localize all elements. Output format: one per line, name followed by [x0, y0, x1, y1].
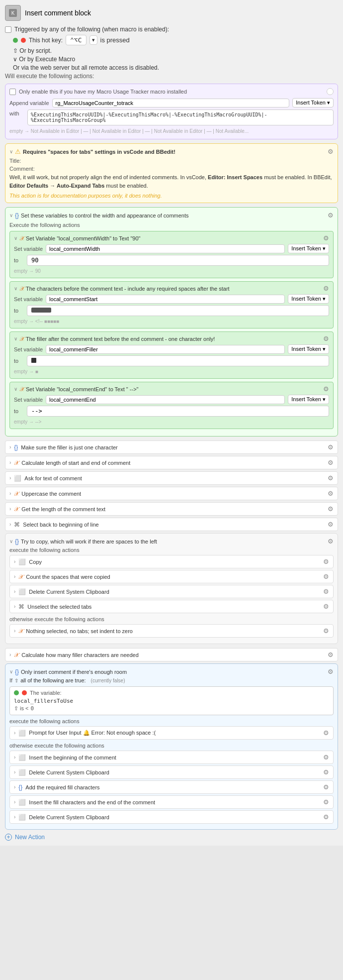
script-expand[interactable]: ⇧ — [13, 47, 19, 54]
gear-add-fill[interactable]: ⚙ — [323, 783, 329, 791]
with-value: %ExecutingThisMacroUUID%|-%ExecutingThis… — [27, 109, 334, 125]
gear-len[interactable]: ⚙ — [328, 505, 334, 513]
if-expand[interactable]: ∨ — [9, 669, 13, 674]
gear-calc-f[interactable]: ⚙ — [328, 651, 334, 658]
set-var-row-2: Set variable local_commentStart Insert T… — [14, 294, 329, 304]
calc-text: Calculate length of start and end of com… — [21, 460, 130, 466]
filler-text: Make sure the filler is just one charact… — [21, 444, 117, 450]
expand-count[interactable]: › — [14, 574, 15, 579]
purple-header: Only enable this if you have my Macro Us… — [9, 88, 334, 95]
script-row: ⇧ Or by script. — [13, 47, 338, 54]
expand-calc[interactable]: › — [9, 460, 11, 465]
insert-token-1[interactable]: Insert Token ▾ — [288, 244, 329, 253]
cond-red-dot[interactable] — [22, 690, 27, 695]
green-gear-icon[interactable]: ⚙ — [328, 212, 334, 219]
action-expand-3[interactable]: ∨ — [14, 336, 17, 341]
action-expand-4[interactable]: ∨ — [14, 386, 17, 392]
warning-section: ∨ ⚠ Requires "spaces for tabs" settings … — [5, 143, 338, 203]
insert-token-button[interactable]: Insert Token ▾ — [292, 98, 334, 108]
gear-del3[interactable]: ⚙ — [323, 813, 329, 821]
try-expand[interactable]: ∨ — [9, 539, 13, 544]
expand-del2[interactable]: › — [14, 769, 15, 775]
gear-upper[interactable]: ⚙ — [328, 490, 334, 497]
expand-del3[interactable]: › — [14, 814, 15, 820]
gear-nothing[interactable]: ⚙ — [323, 627, 329, 635]
clipboard-insert-fill: ⬜ — [18, 799, 26, 806]
gear-calc[interactable]: ⚙ — [328, 459, 334, 466]
hotkey-dropdown[interactable]: ▾ — [89, 35, 97, 45]
hotkey-enabled-dot[interactable] — [13, 38, 18, 43]
x-calc-f: 𝒳 — [14, 652, 18, 658]
trigger-checkbox-row: Triggered by any of the following (when … — [5, 26, 338, 33]
variable-select[interactable]: rg_MacroUsageCounter_totrack — [52, 99, 290, 108]
expand-prompt[interactable]: › — [14, 730, 15, 736]
empty-1: empty → 90 — [14, 267, 329, 275]
action-gear-2[interactable]: ⚙ — [323, 285, 329, 292]
expand-filler[interactable]: › — [9, 444, 11, 450]
var-select-4[interactable]: local_commentEnd — [46, 395, 285, 404]
clipboard-ask: ⬜ — [14, 475, 21, 482]
expand-nothing[interactable]: › — [14, 628, 15, 634]
gear-del[interactable]: ⚙ — [323, 588, 329, 595]
all-label: all of the following are true: — [20, 677, 86, 683]
expand-upper[interactable]: › — [9, 491, 11, 496]
green-expand[interactable]: ∨ — [9, 213, 13, 218]
usage-label: Only enable this if you have my Macro Us… — [19, 89, 187, 95]
if-gear[interactable]: ⚙ — [328, 668, 334, 675]
yellow-expand[interactable]: ∨ — [9, 149, 13, 154]
try-gear[interactable]: ⚙ — [328, 538, 334, 545]
insert-beg-text: Insert the beginning of the comment — [29, 755, 116, 761]
expand-insert-beg[interactable]: › — [14, 755, 15, 760]
currently-false: (currently false) — [91, 678, 125, 683]
action-unselect-tabs: › ⌘ Unselect the selected tabs ⚙ — [9, 600, 334, 613]
action-filler-check: › {} Make sure the filler is just one ch… — [5, 440, 338, 454]
expand-insert-fill[interactable]: › — [14, 799, 15, 805]
trigger-label: Triggered by any of the following (when … — [14, 26, 169, 33]
gear-copy[interactable]: ⚙ — [323, 558, 329, 565]
to-row-3: to — [14, 355, 329, 366]
gear-del2[interactable]: ⚙ — [323, 768, 329, 776]
to-label-1: to — [14, 257, 24, 263]
exec-expand[interactable]: ∨ — [13, 56, 19, 63]
var-select-2[interactable]: local_commentStart — [46, 295, 285, 304]
insert-token-4[interactable]: Insert Token ▾ — [288, 395, 329, 404]
gear-count[interactable]: ⚙ — [323, 573, 329, 580]
gear-sel[interactable]: ⚙ — [328, 521, 334, 528]
expand-ask[interactable]: › — [9, 475, 11, 481]
len-text: Get the length of the comment text — [21, 506, 105, 512]
try-section: ∨ {} Try to copy, which will work if the… — [5, 533, 338, 644]
expand-add-fill[interactable]: › — [14, 784, 15, 790]
action-gear-3[interactable]: ⚙ — [323, 335, 329, 342]
gear-icon[interactable]: ⚙ — [328, 148, 334, 155]
hotkey-disabled-dot[interactable] — [21, 38, 26, 43]
action-expand-1[interactable]: ∨ — [14, 235, 17, 241]
usage-toggle[interactable] — [327, 88, 334, 95]
to-label-4: to — [14, 408, 24, 414]
expand-del[interactable]: › — [14, 589, 15, 594]
expand-copy[interactable]: › — [14, 559, 15, 564]
gear-insert-fill[interactable]: ⚙ — [323, 798, 329, 806]
var-select-1[interactable]: local_commentWidth — [46, 244, 285, 253]
var-select-3[interactable]: local_commentFiller — [46, 345, 285, 354]
gear-ask[interactable]: ⚙ — [328, 474, 334, 482]
action-expand-2[interactable]: ∨ — [14, 286, 17, 291]
expand-sel[interactable]: › — [9, 522, 11, 527]
gear-insert-beg[interactable]: ⚙ — [323, 754, 329, 761]
gear-prompt[interactable]: ⚙ — [323, 729, 329, 737]
usage-checkbox[interactable] — [9, 89, 16, 95]
gear-unsel[interactable]: ⚙ — [323, 603, 329, 610]
to-row-1: to 90 — [14, 255, 329, 266]
cond-green-dot[interactable] — [14, 690, 19, 695]
expand-unsel[interactable]: › — [14, 604, 15, 609]
action-gear-4[interactable]: ⚙ — [323, 385, 329, 393]
condition-row: The variable: local_fillersToUse ⇧ is < … — [9, 686, 334, 715]
action-insert-beginning: › ⬜ Insert the beginning of the comment … — [9, 751, 334, 764]
action-gear-1[interactable]: ⚙ — [323, 234, 329, 242]
expand-len[interactable]: › — [9, 506, 11, 512]
new-action-row[interactable]: + New Action — [5, 834, 338, 841]
trigger-checkbox[interactable] — [5, 26, 11, 33]
gear-filler[interactable]: ⚙ — [328, 443, 334, 451]
expand-calc-f[interactable]: › — [9, 652, 11, 657]
insert-token-3[interactable]: Insert Token ▾ — [288, 344, 329, 354]
insert-token-2[interactable]: Insert Token ▾ — [288, 294, 329, 304]
